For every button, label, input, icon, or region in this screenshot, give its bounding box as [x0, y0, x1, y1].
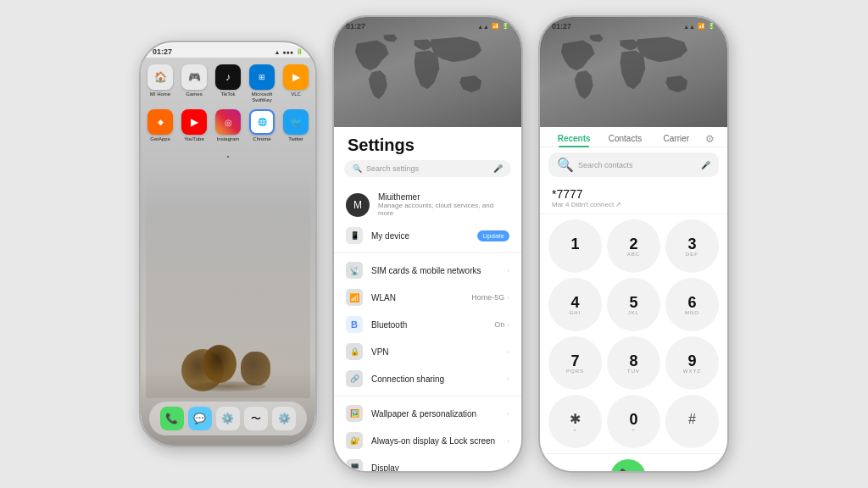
key-8[interactable]: 8 TUV: [607, 336, 660, 390]
account-name: Miuithemer: [378, 192, 509, 202]
recent-call-item[interactable]: *7777 Mar 4 Didn't connect ↗: [540, 182, 727, 214]
map-header: 01:27 ▲▲ 📶 🔋: [334, 17, 521, 127]
my-device-item[interactable]: 📱 My device Update: [334, 222, 521, 249]
tab-recents[interactable]: Recents: [548, 130, 599, 147]
connection-sharing-item[interactable]: 🔗 Connection sharing ›: [334, 365, 521, 392]
wifi-icon: 📶: [346, 289, 363, 306]
bluetooth-item[interactable]: B Bluetooth On ›: [334, 311, 521, 338]
status-time-dialer: 01:27: [552, 22, 571, 30]
lock-screen-icon: 🔐: [346, 432, 363, 449]
key-1[interactable]: 1: [548, 219, 602, 273]
backspace-icon[interactable]: ⌫: [676, 469, 695, 472]
settings-screen: Settings 🔍 Search settings 🎤 M Miuitheme…: [334, 127, 521, 471]
app-tiktok[interactable]: ♪ TikTok: [214, 64, 242, 103]
chevron-icon: ›: [507, 410, 509, 418]
key-hash[interactable]: #: [665, 395, 719, 448]
search-contacts-placeholder: Search contacts: [578, 161, 697, 169]
mic-icon[interactable]: 🎤: [493, 164, 503, 173]
app-youtube[interactable]: ▶ YouTube: [180, 109, 209, 142]
world-map-svg-dialer: [549, 25, 718, 119]
world-map: [334, 17, 521, 127]
dock-messages[interactable]: 💬: [188, 407, 212, 430]
key-6[interactable]: 6 MNO: [665, 278, 719, 331]
sim-icon: 📡: [346, 262, 363, 279]
dock-phone[interactable]: 📞: [160, 407, 184, 430]
chevron-icon: ›: [507, 267, 509, 274]
status-icons-home: ▲ ●●● 🔋: [274, 48, 303, 55]
dialer-tabs: Recents Contacts Carrier ⚙: [540, 127, 727, 147]
dialer-screen: Recents Contacts Carrier ⚙ 🔍 Search cont…: [540, 127, 727, 471]
account-section: M Miuithemer Manage accounts, cloud serv…: [334, 184, 521, 253]
world-map-svg: [343, 25, 512, 119]
app-microsoft[interactable]: ⊞ Microsoft SwiftKey: [248, 64, 276, 103]
wallpaper-item[interactable]: 🖼️ Wallpaper & personalization ›: [334, 400, 521, 427]
phone-settings: 01:27 ▲▲ 📶 🔋 Settings 🔍 Search settings …: [332, 15, 523, 473]
account-avatar: M: [346, 193, 370, 217]
search-icon: 🔍: [353, 164, 362, 173]
page-indicator: •: [146, 152, 310, 160]
dialer-bottom-bar: ≡ 📞 ⌫: [540, 453, 727, 471]
device-icon: 📱: [346, 227, 363, 244]
status-bar-home: 01:27 ▲ ●●● 🔋: [141, 42, 315, 58]
status-bar-settings: 01:27 ▲▲ 📶 🔋: [334, 17, 521, 32]
always-on-item[interactable]: 🔐 Always-on display & Lock screen ›: [334, 427, 521, 454]
my-device-label: My device: [371, 231, 469, 241]
app-instagram[interactable]: ◎ Instagram: [214, 109, 242, 142]
dialer-settings-icon[interactable]: ⚙: [702, 130, 719, 147]
connection-sharing-label: Connection sharing: [371, 374, 498, 384]
dialer-search[interactable]: 🔍 Search contacts 🎤: [548, 152, 719, 177]
app-mihome[interactable]: 🏠 MI Home: [146, 64, 175, 103]
sim-item[interactable]: 📡 SIM cards & mobile networks ›: [334, 257, 521, 284]
app-chrome[interactable]: 🌐 Chrome: [248, 109, 276, 142]
status-bar-dialer: 01:27 ▲▲ 📶 🔋: [540, 17, 727, 32]
chevron-icon: ›: [507, 348, 509, 356]
dock-activity[interactable]: 〜: [244, 407, 268, 430]
vpn-icon: 🔒: [346, 343, 363, 360]
status-icons-dialer: ▲▲ 📶 🔋: [683, 23, 715, 30]
app-grid-row1: 🏠 MI Home 🎮 Games ♪ TikTok ⊞ Microsoft S…: [146, 64, 310, 103]
key-star[interactable]: ✱ +: [548, 395, 602, 448]
key-9[interactable]: 9 WXYZ: [665, 336, 719, 390]
app-grid-row2: ◆ GetApps ▶ YouTube ◎ Instagram 🌐 Chrome…: [146, 109, 310, 142]
key-7[interactable]: 7 PQRS: [548, 336, 602, 390]
tab-carrier[interactable]: Carrier: [651, 130, 702, 147]
call-button[interactable]: 📞: [610, 459, 646, 471]
dock-settings[interactable]: ⚙️: [216, 407, 240, 430]
key-2[interactable]: 2 ABC: [607, 219, 660, 273]
display-item[interactable]: 🖥️ Display ›: [334, 454, 521, 471]
chevron-icon: ›: [507, 437, 509, 445]
key-4[interactable]: 4 GHI: [548, 278, 602, 331]
tab-contacts[interactable]: Contacts: [599, 130, 650, 147]
phone-dialer: 01:27 ▲▲ 📶 🔋 Recents Contacts Carrier ⚙ …: [538, 15, 729, 473]
wlan-item[interactable]: 📶 WLAN Home-5G ›: [334, 284, 521, 311]
chevron-icon: ›: [507, 464, 509, 472]
dock-system[interactable]: ⚙️: [272, 407, 296, 430]
status-icons-settings: ▲▲ 📶 🔋: [477, 23, 509, 30]
mic-icon-dialer[interactable]: 🎤: [701, 161, 710, 169]
display-icon: 🖥️: [346, 459, 363, 471]
settings-list: M Miuithemer Manage accounts, cloud serv…: [334, 184, 521, 471]
home-screen: 🏠 MI Home 🎮 Games ♪ TikTok ⊞ Microsoft S…: [141, 58, 315, 446]
app-vlc[interactable]: ▶ VLC: [281, 64, 310, 103]
account-subtitle: Manage accounts, cloud services, and mor…: [378, 202, 509, 217]
settings-search[interactable]: 🔍 Search settings 🎤: [344, 160, 511, 177]
recent-detail: Mar 4 Didn't connect ↗: [552, 201, 715, 208]
key-5[interactable]: 5 JKL: [607, 278, 660, 331]
chevron-icon: ›: [507, 375, 509, 383]
settings-search-placeholder: Search settings: [366, 164, 489, 173]
app-getapps[interactable]: ◆ GetApps: [146, 109, 175, 142]
vpn-item[interactable]: 🔒 VPN ›: [334, 338, 521, 365]
key-3[interactable]: 3 DEF: [665, 219, 719, 273]
key-0[interactable]: 0 +: [607, 395, 660, 448]
settings-title: Settings: [334, 127, 521, 160]
wallpaper-icon: 🖼️: [346, 405, 363, 422]
network-section: 📡 SIM cards & mobile networks › 📶 WLAN H…: [334, 253, 521, 396]
app-twitter[interactable]: 🐦 Twitter: [281, 109, 310, 142]
app-games[interactable]: 🎮 Games: [180, 64, 209, 103]
menu-icon[interactable]: ≡: [572, 469, 580, 471]
phone-home: 01:27 ▲ ●●● 🔋 🏠 MI Home 🎮 Games ♪ TikTok…: [139, 41, 317, 447]
recent-number: *7777: [552, 187, 715, 201]
update-badge[interactable]: Update: [477, 230, 509, 241]
account-item[interactable]: M Miuithemer Manage accounts, cloud serv…: [334, 187, 521, 222]
wlan-value: Home-5G ›: [471, 293, 509, 302]
